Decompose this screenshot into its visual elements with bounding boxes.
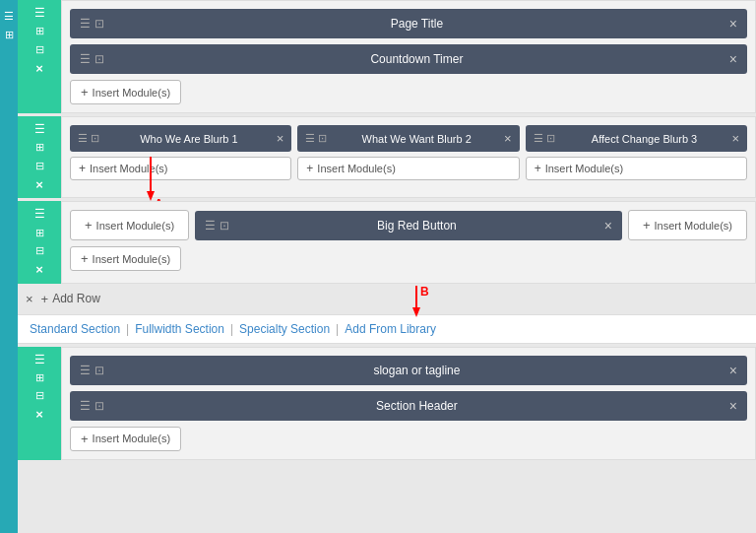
section-3-grid-icon[interactable]: ⊟ [35, 244, 44, 257]
s3-right-insert-label: Insert Module(s) [655, 220, 732, 232]
countdown-menu-icon[interactable]: ☰ [80, 52, 91, 66]
section-type-bar: Standard Section | Fullwidth Section | S… [18, 314, 756, 344]
col1-insert-button[interactable]: + Insert Module(s) [70, 157, 291, 180]
section-2-content: ☰ ⊡ Who We Are Blurb 1 × + Insert Module… [61, 116, 756, 198]
section-3-sidebar: ☰ ⊞ ⊟ × [18, 201, 61, 283]
section-1-sidebar: ☰ ⊞ ⊟ × [18, 0, 61, 113]
col2-insert-plus: + [306, 162, 313, 175]
global-left-sidebar: ☰ ⊞ [0, 0, 18, 533]
col3-close[interactable]: × [731, 131, 739, 146]
section-header-layout-icon[interactable]: ⊡ [94, 399, 104, 413]
add-row-label: Add Row [52, 292, 100, 305]
who-we-are-label: Who We Are Blurb 1 [105, 133, 273, 145]
s3-right-plus: + [643, 218, 651, 233]
col2-layout-icon[interactable]: ⊡ [318, 132, 327, 145]
section-1: ☰ ⊞ ⊟ × ☰ ⊡ Page Title × [18, 0, 756, 113]
section-4-content: ☰ ⊡ slogan or tagline × ☰ ⊡ Section Head… [61, 347, 756, 460]
countdown-close[interactable]: × [729, 51, 737, 67]
sidebar-menu-icon[interactable]: ☰ [4, 10, 14, 23]
section-2-menu-icon[interactable]: ☰ [34, 122, 45, 136]
big-red-button-module: ☰ ⊡ Big Red Button × [195, 211, 622, 240]
section-4-layout-icon[interactable]: ⊞ [35, 371, 44, 384]
countdown-layout-icon[interactable]: ⊡ [94, 52, 104, 66]
section-3-close-icon[interactable]: × [35, 262, 43, 278]
specialty-section-link[interactable]: Specialty Section [239, 322, 330, 336]
section-4-sidebar: ☰ ⊞ ⊟ × [18, 347, 61, 460]
col1-layout-icon[interactable]: ⊡ [91, 132, 99, 145]
col1-insert-plus: + [79, 162, 86, 175]
brb-menu-icon[interactable]: ☰ [205, 219, 216, 233]
section-2-grid-icon[interactable]: ⊟ [35, 160, 44, 172]
section-1-insert-label: Insert Module(s) [93, 87, 170, 99]
brb-close[interactable]: × [604, 218, 612, 233]
add-row-x[interactable]: × [26, 292, 33, 306]
add-from-library-link[interactable]: Add From Library [345, 322, 436, 336]
page-title-module: ☰ ⊡ Page Title × [70, 9, 747, 38]
section-4-menu-icon[interactable]: ☰ [34, 353, 45, 366]
section-4: ☰ ⊞ ⊟ × ☰ ⊡ slogan or tagline × [18, 347, 756, 460]
col2-insert-button[interactable]: + Insert Module(s) [297, 157, 519, 180]
slogan-close[interactable]: × [729, 363, 737, 378]
section-2-sidebar: ☰ ⊞ ⊟ × [18, 116, 61, 198]
brb-layout-icon[interactable]: ⊡ [220, 219, 229, 233]
affect-change-module: ☰ ⊡ Affect Change Blurb 3 × [526, 125, 747, 152]
s4-insert-plus: + [81, 432, 89, 446]
slogan-tagline-module: ☰ ⊡ slogan or tagline × [70, 356, 747, 385]
slogan-tagline-label: slogan or tagline [112, 364, 722, 377]
col-2: ☰ ⊡ What We Want Blurb 2 × + Insert Modu… [297, 125, 519, 180]
slogan-menu-icon[interactable]: ☰ [80, 364, 91, 377]
countdown-timer-module: ☰ ⊡ Countdown Timer × [70, 44, 747, 74]
section-header-menu-icon[interactable]: ☰ [80, 399, 91, 413]
section-4-grid-icon[interactable]: ⊟ [35, 389, 44, 402]
section-1-close-icon[interactable]: × [35, 61, 43, 77]
sidebar-layout-icon[interactable]: ⊞ [5, 29, 14, 41]
col3-menu-icon[interactable]: ☰ [534, 132, 543, 145]
section-3-layout-icon[interactable]: ⊞ [35, 227, 44, 239]
section3-right-insert-button[interactable]: + Insert Module(s) [628, 210, 747, 240]
section-header-label: Section Header [112, 399, 722, 413]
col1-insert-label: Insert Module(s) [90, 163, 167, 174]
col2-close[interactable]: × [504, 131, 512, 146]
three-col-row: ☰ ⊡ Who We Are Blurb 1 × + Insert Module… [70, 125, 747, 180]
col3-layout-icon[interactable]: ⊡ [546, 132, 555, 145]
section-1-insert-button[interactable]: + Insert Module(s) [70, 80, 181, 104]
add-row-button[interactable]: + Add Row [41, 292, 100, 306]
section-2-layout-icon[interactable]: ⊞ [35, 141, 44, 154]
section-1-grid-icon[interactable]: ⊟ [35, 43, 44, 56]
countdown-timer-label: Countdown Timer [112, 52, 722, 66]
section-3-menu-icon[interactable]: ☰ [34, 207, 45, 221]
separator-2: | [230, 322, 233, 336]
col3-insert-button[interactable]: + Insert Module(s) [526, 157, 747, 180]
page-title-menu-icon[interactable]: ☰ [80, 17, 91, 31]
separator-1: | [126, 322, 129, 336]
section3-left-insert-button[interactable]: + Insert Module(s) [70, 210, 189, 240]
what-we-want-module: ☰ ⊡ What We Want Blurb 2 × [297, 125, 519, 152]
section4-insert-button[interactable]: + Insert Module(s) [70, 427, 181, 451]
page-title-close[interactable]: × [729, 16, 737, 32]
section-header-close[interactable]: × [729, 398, 737, 414]
section3-bottom-insert-button[interactable]: + Insert Module(s) [70, 246, 181, 271]
section-2-close-icon[interactable]: × [35, 177, 43, 193]
col2-menu-icon[interactable]: ☰ [305, 132, 315, 145]
section-1-menu-icon[interactable]: ☰ [34, 6, 45, 20]
col2-insert-label: Insert Module(s) [317, 163, 395, 174]
separator-3: | [336, 322, 339, 336]
col3-insert-plus: + [535, 162, 541, 175]
s3-left-insert-label: Insert Module(s) [96, 220, 174, 232]
svg-marker-1 [147, 191, 155, 201]
section-1-layout-icon[interactable]: ⊞ [35, 25, 44, 37]
col1-close[interactable]: × [277, 131, 284, 146]
section-3-content: + Insert Module(s) ☰ ⊡ Big Red Button × … [61, 201, 756, 283]
standard-section-link[interactable]: Standard Section [30, 322, 120, 336]
section-header-module: ☰ ⊡ Section Header × [70, 391, 747, 421]
section-3: ☰ ⊞ ⊟ × + Insert Module(s) ☰ ⊡ [18, 201, 756, 283]
fullwidth-section-link[interactable]: Fullwidth Section [135, 322, 224, 336]
who-we-are-module: ☰ ⊡ Who We Are Blurb 1 × [70, 125, 291, 152]
big-red-button-row: + Insert Module(s) ☰ ⊡ Big Red Button × … [70, 210, 747, 240]
section-4-close-icon[interactable]: × [35, 407, 43, 423]
slogan-layout-icon[interactable]: ⊡ [94, 364, 104, 377]
section-1-content: ☰ ⊡ Page Title × ☰ ⊡ Countdown Timer × [61, 0, 756, 113]
page-title-layout-icon[interactable]: ⊡ [94, 17, 104, 31]
col1-menu-icon[interactable]: ☰ [78, 132, 88, 145]
page-title-label: Page Title [112, 17, 722, 31]
